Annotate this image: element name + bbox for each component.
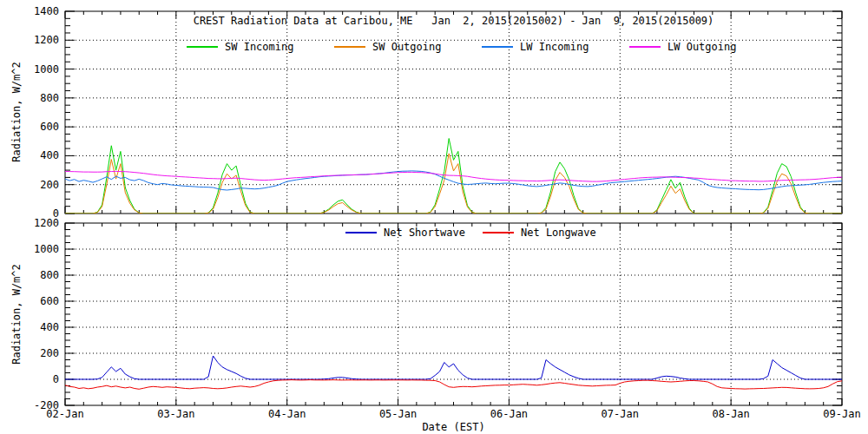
x-axis-label: Date (EST): [65, 422, 842, 432]
legend-item-net-shortwave: Net Shortwave: [345, 227, 465, 238]
series-line-lw-outgoing: [65, 171, 842, 181]
legend-label-sw-incoming: SW Incoming: [225, 42, 293, 52]
x-tick-label: 05-Jan: [379, 408, 417, 420]
y-tick-label: 1200: [34, 34, 59, 46]
legend-swatch-sw-outgoing: [334, 46, 365, 48]
panel-border: [65, 223, 842, 405]
y-tick-label: 200: [40, 179, 59, 191]
y-tick-label: 0: [53, 373, 59, 385]
x-tick-label: 07-Jan: [602, 408, 639, 420]
legend-swatch-net-shortwave: [345, 232, 377, 233]
y-tick-label: 1200: [34, 217, 59, 229]
y-tick-label: 1000: [34, 63, 59, 76]
legend-label-lw-outgoing: LW Outgoing: [667, 42, 736, 52]
y-tick-label: 1000: [34, 243, 59, 255]
x-tick-label: 06-Jan: [490, 408, 528, 420]
y-tick-label: 600: [40, 121, 59, 133]
y-axis-label-top: Radiation, W/m^2: [11, 62, 22, 162]
y-tick-label: 800: [40, 92, 59, 104]
y-tick-label: 400: [40, 321, 59, 333]
legend-item-sw-outgoing: SW Outgoing: [334, 42, 441, 52]
y-tick-label: 200: [40, 347, 59, 359]
legend-swatch-lw-outgoing: [629, 46, 661, 48]
x-tick-label: 02-Jan: [46, 408, 83, 420]
legend-item-lw-outgoing: LW Outgoing: [629, 42, 736, 52]
legend-label-net-shortwave: Net Shortwave: [384, 227, 465, 238]
legend-item-lw-incoming: LW Incoming: [482, 42, 589, 52]
x-tick-label: 03-Jan: [157, 408, 194, 420]
legend-item-net-longwave: Net Longwave: [483, 227, 596, 238]
series-line-sw-incoming: [65, 139, 842, 214]
x-tick-label: 09-Jan: [823, 408, 860, 420]
y-tick-label: 400: [40, 149, 59, 161]
legend-swatch-sw-incoming: [187, 46, 218, 48]
y-tick-label: 800: [40, 269, 59, 281]
legend-item-sw-incoming: SW Incoming: [187, 42, 293, 52]
legend-swatch-lw-incoming: [482, 46, 513, 48]
legend-label-lw-incoming: LW Incoming: [520, 42, 589, 52]
series-line-sw-outgoing: [65, 154, 842, 214]
y-axis-label-bottom: Radiation, W/m^2: [11, 264, 22, 365]
series-line-net-shortwave: [65, 356, 842, 379]
y-tick-label: 1400: [34, 5, 59, 17]
legend-label-net-longwave: Net Longwave: [521, 227, 596, 238]
y-tick-label: 600: [40, 295, 59, 307]
legend-swatch-net-longwave: [483, 232, 514, 233]
x-tick-label: 08-Jan: [712, 408, 749, 420]
chart-title: CREST Radiation Data at Caribou, ME Jan …: [65, 16, 842, 26]
chart-canvas: 0200400600800100012001400-20002004006008…: [0, 0, 868, 434]
legend-label-sw-outgoing: SW Outgoing: [372, 42, 441, 52]
x-tick-label: 04-Jan: [268, 408, 306, 420]
series-line-net-longwave: [65, 380, 842, 390]
radiation-figure: 0200400600800100012001400-20002004006008…: [0, 0, 868, 434]
